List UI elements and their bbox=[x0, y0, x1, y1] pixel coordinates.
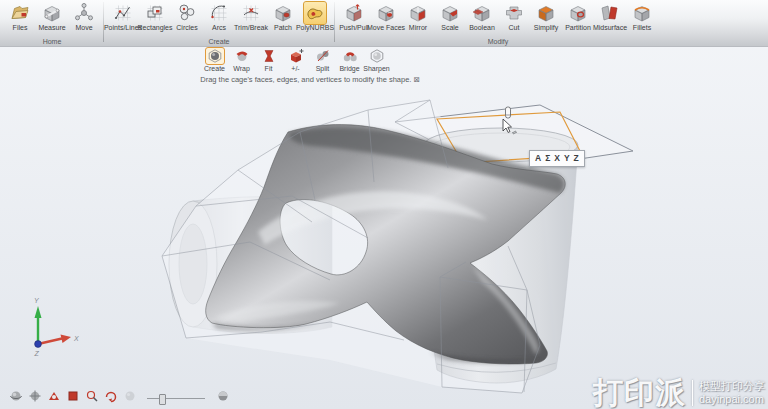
watermark-divider bbox=[692, 380, 693, 406]
ribbon-button-partition[interactable]: Partition bbox=[562, 0, 594, 32]
axis-x-label: X bbox=[73, 335, 79, 342]
ribbon-button-push-pull[interactable]: Push/Pull bbox=[338, 0, 370, 32]
mini-button-z[interactable]: Z bbox=[574, 152, 579, 165]
ribbon-group-label: Create bbox=[107, 38, 331, 45]
zoom-view-button[interactable] bbox=[46, 391, 61, 405]
ribbon-button-boolean[interactable]: Boolean bbox=[466, 0, 498, 32]
axis-z-label: Z bbox=[34, 350, 40, 357]
zoom-extents-button[interactable] bbox=[65, 391, 80, 405]
spin-view-button[interactable] bbox=[8, 391, 23, 405]
simplify-icon bbox=[535, 2, 557, 24]
mirror-icon bbox=[407, 2, 429, 24]
ribbon-button-label: Mirror bbox=[409, 24, 427, 32]
ribbon-button-patch[interactable]: Patch bbox=[267, 0, 299, 32]
watermark-site: dayinpai.com bbox=[699, 393, 765, 406]
ribbon-button-label: Scale bbox=[441, 24, 459, 32]
ribbon-button-cut[interactable]: Cut bbox=[498, 0, 530, 32]
ribbon-button-fillets[interactable]: Fillets bbox=[626, 0, 658, 32]
ribbon-button-move[interactable]: Move bbox=[68, 0, 100, 32]
context-tool-wrap[interactable]: Wrap bbox=[228, 48, 255, 73]
ribbon-button-label: Partition bbox=[565, 24, 591, 32]
hint-more-icon[interactable]: ⊠ bbox=[413, 75, 419, 84]
points-lines-icon bbox=[112, 2, 134, 24]
render-options-button[interactable] bbox=[215, 391, 230, 405]
files-icon bbox=[9, 2, 31, 24]
cage-plus-minus-icon bbox=[287, 48, 305, 64]
polynurbs-context-toolbar: CreateWrapFit+/-SplitBridgeSharpen bbox=[201, 48, 390, 73]
push-pull-icon bbox=[343, 2, 365, 24]
view-controls-bar bbox=[8, 391, 230, 405]
patch-icon bbox=[272, 2, 294, 24]
ribbon-group-label: Modify bbox=[338, 38, 658, 45]
ribbon-button-scale[interactable]: Scale bbox=[434, 0, 466, 32]
cage-wrap-icon bbox=[233, 48, 251, 64]
zoom-window-button[interactable] bbox=[84, 391, 99, 405]
ribbon-separator bbox=[334, 2, 335, 42]
zoom-slider[interactable] bbox=[147, 392, 205, 404]
ribbon-button-label: Patch bbox=[274, 24, 292, 32]
cage-split-icon bbox=[314, 48, 332, 64]
context-tool-label: Fit bbox=[265, 64, 273, 73]
shaded-view-button bbox=[122, 391, 137, 405]
hint-text: Drag the cage's faces, edges, and vertic… bbox=[170, 75, 450, 84]
ribbon-button-midsurface[interactable]: Midsurface bbox=[594, 0, 626, 32]
ribbon-button-arcs[interactable]: Arcs bbox=[203, 0, 235, 32]
watermark: 打印派 模型打印分享 dayinpai.com bbox=[593, 378, 765, 408]
context-tool-sharpen[interactable]: Sharpen bbox=[363, 48, 390, 73]
ribbon-button-points-lines[interactable]: Points/Lines bbox=[107, 0, 139, 32]
ribbon-button-move-faces[interactable]: Move Faces bbox=[370, 0, 402, 32]
ribbon-toolbar: FilesMeasureMoveHomePoints/LinesRectangl… bbox=[0, 0, 768, 47]
ribbon-button-trim-break[interactable]: Trim/Break bbox=[235, 0, 267, 32]
context-tool-split[interactable]: Split bbox=[309, 48, 336, 73]
partition-icon bbox=[567, 2, 589, 24]
ribbon-button-label: Midsurface bbox=[593, 24, 627, 32]
ribbon-button-label: Measure bbox=[38, 24, 65, 32]
context-tool-label: Split bbox=[316, 64, 330, 73]
ribbon-button-files[interactable]: Files bbox=[4, 0, 36, 32]
ribbon-group-create: Points/LinesRectanglesCirclesArcsTrim/Br… bbox=[107, 0, 331, 46]
ribbon-group-modify: Push/PullMove FacesMirrorScaleBooleanCut… bbox=[338, 0, 658, 46]
sphere-icon bbox=[123, 389, 137, 407]
midsurface-icon bbox=[599, 2, 621, 24]
circles-icon bbox=[176, 2, 198, 24]
mini-button-[interactable]: Σ bbox=[545, 152, 550, 165]
polynurbs-icon bbox=[304, 2, 326, 24]
context-tool-fit[interactable]: Fit bbox=[255, 48, 282, 73]
pan-view-button[interactable] bbox=[27, 391, 42, 405]
cage-fit-icon bbox=[260, 48, 278, 64]
zoom-window-icon bbox=[85, 389, 99, 407]
mini-button-y[interactable]: Y bbox=[564, 152, 570, 165]
context-tool-bridge[interactable]: Bridge bbox=[336, 48, 363, 73]
ribbon-button-circles[interactable]: Circles bbox=[171, 0, 203, 32]
ribbon-button-label: PolyNURBS bbox=[296, 24, 334, 32]
ribbon-button-rectangles[interactable]: Rectangles bbox=[139, 0, 171, 32]
mini-button-a[interactable]: A bbox=[535, 152, 541, 165]
zoom-icon bbox=[47, 389, 61, 407]
ribbon-button-polynurbs[interactable]: PolyNURBS bbox=[299, 0, 331, 32]
sphere-shaded-icon bbox=[216, 389, 230, 407]
ribbon-button-simplify[interactable]: Simplify bbox=[530, 0, 562, 32]
rotate-icon bbox=[104, 389, 118, 407]
move-icon bbox=[73, 2, 95, 24]
mini-button-x[interactable]: X bbox=[554, 152, 560, 165]
context-tool-label: Sharpen bbox=[363, 64, 389, 73]
context-tool-label: Create bbox=[204, 64, 225, 73]
watermark-tagline: 模型打印分享 bbox=[699, 380, 765, 393]
ribbon-button-label: Boolean bbox=[469, 24, 495, 32]
slider-handle[interactable] bbox=[159, 394, 166, 405]
ribbon-button-mirror[interactable]: Mirror bbox=[402, 0, 434, 32]
context-tool-create[interactable]: Create bbox=[201, 48, 228, 73]
slider-track bbox=[147, 398, 205, 399]
context-tool-label: +/- bbox=[291, 64, 299, 73]
ribbon-button-measure[interactable]: Measure bbox=[36, 0, 68, 32]
ribbon-button-label: Files bbox=[13, 24, 28, 32]
ribbon-button-label: Trim/Break bbox=[234, 24, 268, 32]
context-tool-[interactable]: +/- bbox=[282, 48, 309, 73]
ribbon-button-label: Arcs bbox=[212, 24, 226, 32]
ribbon-button-label: Rectangles bbox=[137, 24, 172, 32]
ribbon-group-label: Home bbox=[4, 38, 100, 45]
trim-break-icon bbox=[240, 2, 262, 24]
mini-toolbar: AΣXYZ bbox=[529, 150, 585, 167]
ribbon-button-label: Cut bbox=[509, 24, 520, 32]
rotate-view-button[interactable] bbox=[103, 391, 118, 405]
